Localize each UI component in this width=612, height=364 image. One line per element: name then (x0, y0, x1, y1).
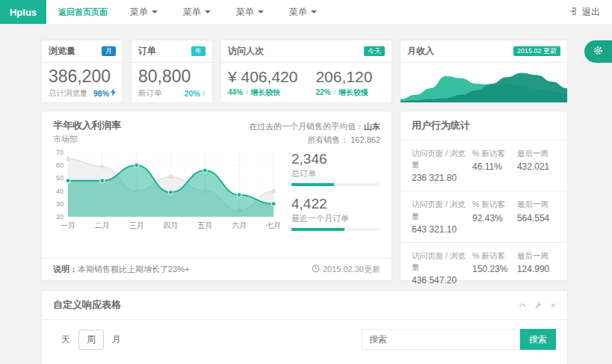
menu-label: 菜单 (130, 6, 148, 19)
cell-label: % 新访客 (472, 250, 517, 262)
behavior-title: 用户行为统计 (401, 111, 567, 141)
progress-fill (291, 228, 344, 231)
card-orders: 订单 年 80,800 新订单 20% ↑ (131, 40, 213, 103)
total-orders-progress (291, 183, 380, 186)
cell-label: 最后一周 (517, 250, 556, 262)
visits-count: 206,120 (315, 68, 372, 85)
table-toolbar: 天 周 月 搜索 (53, 329, 556, 350)
footer-note: 说明：本期销售额比上期增长了23%+ (53, 264, 189, 275)
note-label: 增长较慢 (339, 88, 368, 96)
pageviews-label: 总计浏览量 (49, 88, 88, 99)
behavior-row: 访问页面 / 浏览量643 321.10 % 新访客92.43% 最后一周564… (401, 191, 567, 242)
card-title: 订单 (138, 45, 156, 58)
month-orders-label: 最近一个月订单 (291, 213, 380, 224)
info-line-1: 在过去的一个月销售的平均值：山东 (249, 120, 380, 133)
card-body: 386,200 总计浏览量 98% (42, 63, 123, 102)
update-stamp: 2015.02.30更新 (312, 264, 380, 275)
collapse-icon[interactable] (519, 302, 526, 308)
behavior-cell: 访问页面 / 浏览量436 547.20 (412, 250, 472, 286)
info-avg-value: 山东 (364, 122, 380, 131)
table-search: 搜索 (362, 329, 556, 350)
period-tabs: 天 周 月 (53, 330, 129, 350)
cell-value: 124.990 (517, 264, 556, 274)
svg-text:30: 30 (56, 200, 64, 208)
bottom-row: 自定义响应表格 × 天 周 月 搜索 (41, 290, 568, 364)
cell-value: 92.43% (472, 213, 517, 223)
delta-value: 20% (185, 89, 200, 98)
panel-tools: × (519, 300, 556, 310)
search-button[interactable]: 搜索 (520, 329, 556, 350)
home-link[interactable]: 返回首页页面 (58, 7, 108, 18)
profit-panel-body: 203040506070一月二月三月四月五月六月七月 2,346 总订单 4,4… (42, 145, 392, 258)
visits-columns: ¥ 406,420 44% ↑ 增长较快 206,120 22% ↑ 增长较慢 (228, 68, 385, 97)
footer-note-label: 说明： (53, 265, 78, 274)
menu-dropdown-4[interactable]: 菜单 (289, 6, 317, 19)
month-orders-progress (291, 228, 380, 231)
card-body: 80,800 新订单 20% ↑ (132, 63, 212, 102)
total-orders-label: 总订单 (291, 168, 380, 179)
nav-links: 返回首页页面 菜单 菜单 菜单 菜单 (46, 0, 342, 24)
close-icon[interactable]: × (550, 300, 556, 310)
note-pct: 22% (315, 88, 330, 96)
visits-col-left: ¥ 406,420 44% ↑ 增长较快 (228, 68, 297, 97)
info-sales-value: 162,862 (350, 135, 380, 144)
behavior-cell: 最后一周432.021 (517, 148, 556, 183)
behavior-row: 访问页面 / 浏览量436 547.20 % 新访客150.23% 最后一周12… (401, 243, 567, 293)
orders-delta: 20% ↑ (185, 89, 205, 98)
profit-panel: 半年收入利润率 市场部 在过去的一个月销售的平均值：山东 所有销售： 162,8… (41, 111, 392, 281)
logout-button[interactable]: 退出 (569, 0, 600, 24)
tab-month[interactable]: 月 (104, 330, 129, 350)
svg-text:一月: 一月 (61, 221, 75, 229)
gear-icon (593, 45, 604, 58)
menu-label: 菜单 (236, 6, 254, 19)
search-input[interactable] (362, 329, 520, 350)
card-head: 订单 年 (132, 40, 212, 63)
profit-chart: 203040506070一月二月三月四月五月六月七月 (48, 146, 281, 258)
card-title: 浏览量 (49, 45, 75, 58)
card-visits: 访问人次 今天 ¥ 406,420 44% ↑ 增长较快 206,120 (220, 40, 392, 103)
wrench-icon[interactable] (534, 301, 542, 309)
card-foot: 总计浏览量 98% (49, 88, 116, 99)
visits-note-right: 22% ↑ 增长较慢 (315, 87, 372, 98)
side-stats: 2,346 总订单 4,422 最近一个月订单 (281, 146, 386, 258)
card-body: ¥ 406,420 44% ↑ 增长较快 206,120 22% ↑ 增长较慢 (221, 63, 392, 102)
svg-text:40: 40 (56, 188, 64, 195)
month-orders-value: 4,422 (291, 196, 380, 212)
card-pageviews: 浏览量 月 386,200 总计浏览量 98% (41, 40, 123, 103)
visits-note-left: 44% ↑ 增长较快 (228, 87, 297, 98)
svg-text:50: 50 (56, 174, 64, 182)
card-title: 月收入 (407, 45, 434, 58)
svg-text:60: 60 (56, 161, 64, 169)
menu-dropdown-1[interactable]: 菜单 (130, 6, 158, 19)
tab-day[interactable]: 天 (53, 330, 78, 350)
cell-label: 访问页面 / 浏览量 (412, 148, 472, 170)
arrow-up-icon: ↑ (202, 89, 205, 98)
brand-logo[interactable]: Hplus (0, 0, 46, 24)
svg-text:70: 70 (56, 149, 64, 156)
table-panel-head: 自定义响应表格 × (42, 291, 567, 320)
menu-dropdown-3[interactable]: 菜单 (236, 6, 264, 19)
pageviews-delta: 98% (93, 88, 116, 98)
info-sales-label: 所有销售： (307, 135, 348, 144)
card-head: 浏览量 月 (42, 40, 123, 63)
cell-label: 访问页面 / 浏览量 (412, 199, 472, 221)
visits-col-right: 206,120 22% ↑ 增长较慢 (315, 68, 372, 97)
logout-label: 退出 (582, 6, 600, 19)
menu-label: 菜单 (183, 6, 201, 19)
svg-text:20: 20 (56, 213, 64, 220)
cell-label: 访问页面 / 浏览量 (412, 250, 472, 273)
theme-config-button[interactable] (584, 40, 612, 63)
card-head: 访问人次 今天 (221, 40, 392, 63)
svg-text:二月: 二月 (95, 221, 110, 229)
caret-down-icon (258, 10, 264, 13)
visits-amount: ¥ 406,420 (228, 68, 297, 85)
tab-week[interactable]: 周 (78, 330, 104, 350)
menu-dropdown-2[interactable]: 菜单 (183, 6, 211, 19)
card-head: 月收入 2015.02 更新 (401, 40, 567, 63)
note-label: 增长较快 (251, 88, 281, 96)
cell-label: % 新访客 (472, 148, 517, 159)
profit-info: 在过去的一个月销售的平均值：山东 所有销售： 162,862 (249, 120, 380, 146)
delta-value: 98% (93, 89, 109, 98)
info-avg-label: 在过去的一个月销售的平均值： (249, 122, 364, 131)
sign-out-icon (569, 7, 578, 18)
